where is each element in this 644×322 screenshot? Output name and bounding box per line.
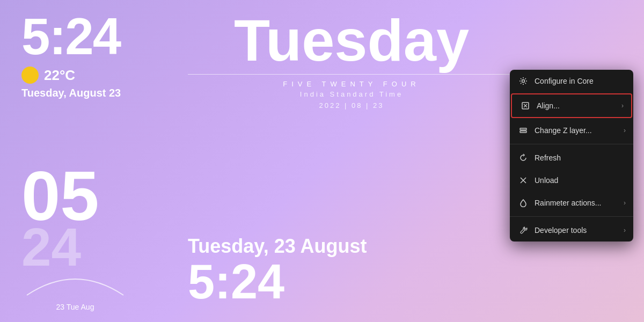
align-arrow: › — [621, 102, 624, 109]
menu-item-align[interactable]: Align... › — [511, 93, 632, 118]
developer-label: Developer tools — [535, 226, 587, 235]
menu-item-refresh[interactable]: Refresh — [510, 147, 633, 169]
menu-item-unload[interactable]: Unload — [510, 169, 633, 192]
menu-item-rainmeter[interactable]: Rainmeter actions... › — [510, 192, 633, 214]
x-icon — [518, 175, 528, 185]
menu-item-change-z[interactable]: Change Z layer... › — [510, 119, 633, 142]
align-icon — [521, 101, 530, 111]
weather-row: 22°C — [21, 67, 121, 84]
minutes-display: 24 — [21, 220, 129, 274]
svg-rect-2 — [520, 128, 526, 130]
date-numeric: 2022 | 08 | 23 — [188, 101, 515, 109]
rainmeter-arrow: › — [624, 199, 626, 207]
temperature: 22°C — [44, 67, 75, 84]
arc-svg — [21, 268, 129, 298]
menu-item-configure[interactable]: Configure in Core — [510, 70, 633, 92]
context-menu: Configure in Core Align... › Change Z la… — [510, 70, 633, 241]
svg-point-0 — [522, 80, 525, 83]
arc-label: 23 Tue Aug — [21, 303, 129, 311]
wrench-icon — [518, 225, 528, 235]
change-z-arrow: › — [624, 127, 626, 134]
divider-2 — [510, 216, 633, 217]
refresh-icon — [518, 153, 528, 163]
svg-rect-3 — [520, 131, 526, 133]
developer-arrow: › — [624, 226, 626, 234]
unload-label: Unload — [535, 176, 558, 185]
bottom-left-widget: 05 24 23 Tue Aug — [21, 161, 129, 311]
top-left-time: 5:24 — [21, 11, 121, 62]
configure-label: Configure in Core — [535, 77, 594, 85]
time-words: FIVE TWENTY FOUR — [188, 80, 515, 88]
rainmeter-label: Rainmeter actions... — [535, 199, 602, 207]
drop-icon — [518, 198, 528, 208]
align-label: Align... — [537, 101, 560, 110]
gear-icon — [518, 76, 528, 86]
top-left-widget: 5:24 22°C Tuesday, August 23 — [21, 11, 121, 99]
day-name: Tuesday — [188, 11, 515, 70]
bottom-center-widget: Tuesday, 23 August 5:24 — [188, 235, 367, 306]
top-left-date: Tuesday, August 23 — [21, 87, 121, 99]
arc-container — [21, 268, 129, 301]
bottom-center-date: Tuesday, 23 August — [188, 235, 367, 258]
menu-item-developer[interactable]: Developer tools › — [510, 219, 633, 241]
layers-icon — [518, 126, 528, 135]
sun-icon — [21, 67, 39, 84]
top-center-widget: Tuesday FIVE TWENTY FOUR India Standard … — [188, 11, 515, 109]
change-z-label: Change Z layer... — [535, 126, 592, 135]
divider-1 — [510, 144, 633, 144]
timezone: India Standard Time — [188, 90, 515, 98]
divider — [188, 74, 515, 75]
bottom-center-time: 5:24 — [188, 258, 367, 306]
refresh-label: Refresh — [535, 153, 561, 162]
